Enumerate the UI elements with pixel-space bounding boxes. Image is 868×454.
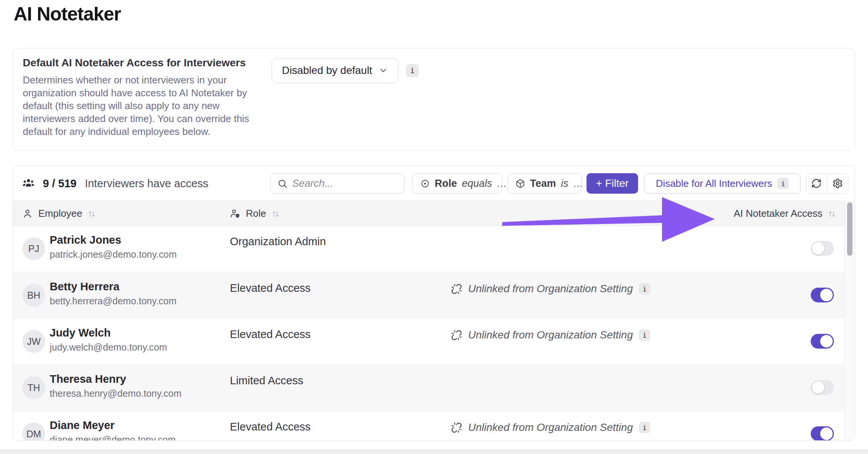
table-settings-button[interactable] — [827, 174, 848, 193]
interviewers-table-card: 9 / 519 Interviewers have access Role eq… — [13, 165, 855, 441]
filter-chip-operator: is — [561, 178, 569, 189]
unlink-icon — [451, 330, 462, 341]
table-toolbar: 9 / 519 Interviewers have access Role eq… — [13, 166, 855, 201]
gear-icon — [832, 178, 843, 189]
table-row: TH Theresa Henry theresa.henry@demo.tony… — [13, 364, 844, 410]
column-header-role[interactable]: Role ↑↓ — [230, 201, 278, 225]
sort-icon: ↑↓ — [272, 208, 278, 219]
avatar: TH — [22, 376, 45, 399]
unlinked-status: Unlinked from Organization Setting i — [451, 329, 650, 341]
access-toggle[interactable] — [811, 241, 834, 256]
unlink-icon — [451, 283, 462, 294]
scrollbar-thumb[interactable] — [847, 202, 852, 256]
avatar: DM — [22, 423, 45, 441]
search-input[interactable] — [292, 178, 397, 189]
users-icon — [22, 177, 35, 189]
employee-role: Elevated Access — [230, 328, 311, 341]
filter-chip-team[interactable]: Team is ... — [508, 173, 582, 194]
ai-notetaker-page: AI Notetaker Default AI Notetaker Access… — [0, 0, 868, 454]
default-access-dropdown[interactable]: Disabled by default — [272, 58, 398, 83]
employee-role: Organization Admin — [230, 235, 326, 248]
employee-email: judy.welch@demo.tony.com — [50, 342, 167, 353]
filter-chip-role[interactable]: Role equals ... — [412, 173, 502, 194]
cube-icon — [516, 179, 525, 188]
toggle-knob — [820, 427, 833, 440]
sort-icon: ↑↓ — [88, 208, 94, 219]
unlink-icon — [451, 422, 462, 433]
filter-chip-field: Team — [530, 178, 556, 189]
employee-email: patrick.jones@demo.tony.com — [50, 249, 177, 260]
target-icon — [420, 179, 430, 188]
avatar: BH — [22, 284, 45, 307]
toggle-knob — [820, 289, 833, 301]
employee-name: Theresa Henry — [50, 373, 126, 385]
filter-chip-field: Role — [435, 178, 457, 189]
employee-role: Limited Access — [230, 374, 303, 387]
add-filter-button[interactable]: + Filter — [587, 173, 638, 194]
employee-email: diane.meyer@demo.tony.com — [50, 434, 176, 441]
toggle-knob — [812, 381, 824, 394]
access-count: 9 / 519 — [43, 177, 77, 190]
employee-role: Elevated Access — [230, 421, 311, 433]
employee-name: Judy Welch — [50, 327, 111, 339]
default-access-heading: Default AI Notetaker Access for Intervie… — [23, 57, 246, 69]
refresh-button[interactable] — [806, 174, 827, 193]
unlinked-label: Unlinked from Organization Setting — [468, 283, 633, 295]
disable-all-label: Disable for All Interviewers — [656, 178, 772, 189]
page-bottom-edge — [0, 449, 868, 454]
unlinked-status: Unlinked from Organization Setting i — [451, 421, 650, 434]
access-toggle[interactable] — [811, 380, 834, 395]
table-header-row: Employee ↑↓ Role ↑↓ AI Notetaker Access … — [13, 201, 844, 225]
column-label-role: Role — [246, 208, 266, 219]
sort-icon: ↑↓ — [828, 208, 835, 219]
column-label-access: AI Notetaker Access — [734, 208, 822, 219]
access-toggle[interactable] — [811, 288, 834, 302]
employee-role: Elevated Access — [230, 282, 311, 294]
search-box — [270, 173, 404, 194]
chevron-down-icon — [378, 66, 388, 75]
avatar: PJ — [22, 237, 45, 260]
unlinked-info-icon[interactable]: i — [639, 329, 650, 341]
column-header-employee[interactable]: Employee ↑↓ — [22, 201, 94, 225]
employee-name: Betty Herrera — [50, 280, 120, 293]
employee-email: theresa.henry@demo.tony.com — [50, 388, 181, 399]
toggle-knob — [812, 242, 824, 255]
access-toggle[interactable] — [811, 426, 834, 441]
table-actions-group — [806, 173, 848, 194]
column-label-employee: Employee — [38, 208, 82, 219]
unlinked-status: Unlinked from Organization Setting i — [451, 283, 650, 295]
default-access-dropdown-value: Disabled by default — [282, 64, 372, 77]
filter-chip-value: ... — [573, 178, 583, 189]
employee-name: Diane Meyer — [50, 419, 115, 432]
unlinked-info-icon[interactable]: i — [639, 422, 650, 433]
table-row: DM Diane Meyer diane.meyer@demo.tony.com… — [13, 410, 844, 441]
refresh-icon — [811, 178, 822, 189]
filter-chip-operator: equals — [462, 178, 492, 189]
toggle-knob — [820, 335, 833, 348]
table-row: BH Betty Herrera betty.herrera@demo.tony… — [13, 272, 844, 318]
default-access-info-icon[interactable]: i — [406, 64, 419, 77]
search-icon — [277, 178, 288, 189]
filter-chip-value: ... — [497, 178, 507, 189]
default-access-card: Default AI Notetaker Access for Intervie… — [13, 48, 855, 151]
access-count-group: 9 / 519 Interviewers have access — [22, 166, 208, 201]
user-icon — [22, 208, 33, 219]
disable-all-interviewers-button[interactable]: Disable for All Interviewers i — [644, 173, 800, 194]
access-toggle[interactable] — [811, 334, 834, 349]
default-access-description: Determines whether or not interviewers i… — [23, 74, 254, 138]
table-row: JW Judy Welch judy.welch@demo.tony.com E… — [13, 318, 844, 364]
disable-all-info-icon[interactable]: i — [777, 178, 789, 189]
employee-name: Patrick Jones — [50, 234, 121, 246]
table-body: PJ Patrick Jones patrick.jones@demo.tony… — [13, 225, 844, 441]
access-count-label: Interviewers have access — [85, 177, 209, 190]
avatar: JW — [22, 330, 45, 353]
user-shield-icon — [230, 208, 240, 219]
page-title: AI Notetaker — [14, 3, 121, 25]
unlinked-label: Unlinked from Organization Setting — [468, 329, 633, 341]
employee-email: betty.herrera@demo.tony.com — [50, 296, 176, 307]
table-row: PJ Patrick Jones patrick.jones@demo.tony… — [13, 225, 844, 272]
unlinked-label: Unlinked from Organization Setting — [468, 421, 633, 434]
unlinked-info-icon[interactable]: i — [639, 283, 650, 294]
column-header-ai-notetaker-access[interactable]: AI Notetaker Access ↑↓ — [734, 201, 835, 225]
